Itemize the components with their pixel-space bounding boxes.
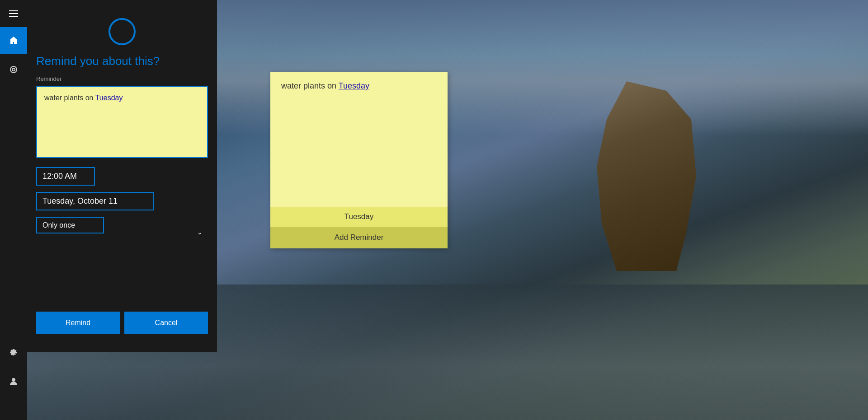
hamburger-icon [9, 10, 18, 17]
gear-icon [9, 348, 18, 357]
rock-formation [597, 81, 696, 271]
cortana-title: Remind you about this? [36, 54, 208, 68]
cortana-circle-icon [108, 18, 136, 45]
svg-point-0 [10, 66, 17, 73]
popup-content: water plants on Tuesday [270, 72, 448, 207]
sidebar-item-notebook[interactable] [0, 56, 27, 83]
recurrence-wrapper: Only once Every day Every week Every mon… [36, 217, 208, 247]
sidebar-item-settings[interactable] [0, 339, 27, 366]
note-day-link[interactable]: Tuesday [95, 94, 123, 102]
action-buttons: Remind Cancel [36, 312, 208, 343]
sidebar-item-user[interactable] [0, 368, 27, 395]
date-input[interactable] [36, 192, 154, 210]
cortana-panel: Remind you about this? Reminder water pl… [27, 0, 217, 352]
reminder-popup: water plants on Tuesday Tuesday Add Remi… [270, 72, 448, 248]
reminder-note[interactable]: water plants on Tuesday [36, 86, 208, 158]
reminder-label: Reminder [36, 75, 208, 82]
popup-text-prefix: water plants on [281, 81, 339, 90]
notebook-icon [9, 65, 18, 74]
time-input[interactable] [36, 167, 95, 186]
svg-point-1 [12, 68, 15, 71]
popup-day-link[interactable]: Tuesday [339, 81, 369, 90]
popup-footer-day: Tuesday [344, 212, 374, 221]
cortana-logo [36, 18, 208, 45]
sidebar-item-home[interactable] [0, 27, 27, 54]
menu-button[interactable] [0, 0, 27, 27]
cancel-button[interactable]: Cancel [124, 312, 208, 334]
add-reminder-button[interactable]: Add Reminder [270, 227, 448, 248]
user-icon [9, 377, 19, 387]
popup-footer: Tuesday [270, 207, 448, 227]
svg-point-2 [12, 378, 15, 382]
note-text-prefix: water plants on [44, 94, 95, 102]
sidebar [0, 0, 27, 420]
home-icon [9, 36, 19, 46]
remind-button[interactable]: Remind [36, 312, 120, 334]
recurrence-select[interactable]: Only once Every day Every week Every mon… [36, 217, 104, 233]
